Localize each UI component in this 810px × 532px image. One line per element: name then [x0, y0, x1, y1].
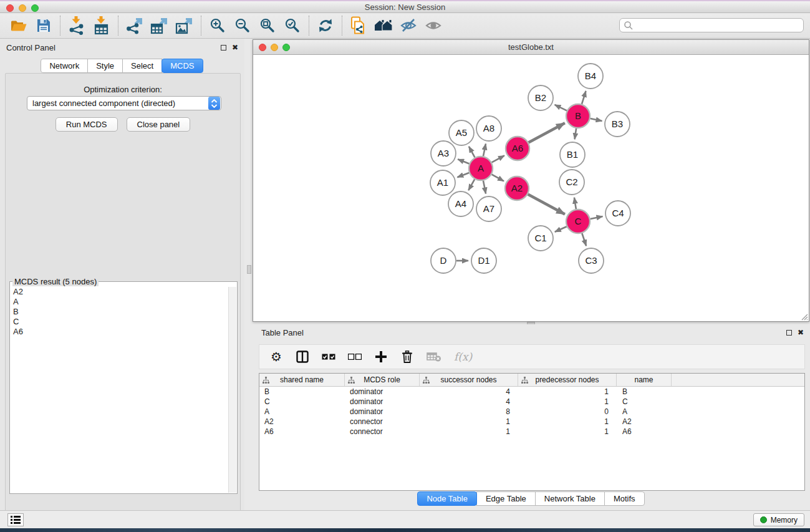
table-row[interactable]: Adominator80A	[259, 407, 804, 417]
zoom-fit-button[interactable]	[255, 14, 280, 37]
tab-style[interactable]: Style	[87, 59, 123, 73]
maximize-window-icon[interactable]	[31, 4, 39, 12]
network-canvas[interactable]: B4B2BB3A8A5A6B1A3AC2A1A2A4A7C4CC1C3DD1	[253, 55, 809, 321]
mcds-result-item[interactable]: A2	[11, 287, 228, 297]
save-session-button[interactable]	[31, 14, 56, 37]
refresh-button[interactable]	[313, 14, 338, 37]
show-columns-icon[interactable]	[296, 351, 309, 363]
tab-select[interactable]: Select	[122, 59, 162, 73]
node-label-A4: A4	[455, 198, 466, 209]
mcds-result-item[interactable]: B	[11, 307, 228, 317]
edge-A-A6[interactable]	[492, 155, 504, 162]
task-history-button[interactable]	[7, 513, 24, 526]
table-row[interactable]: Bdominator41B	[259, 387, 804, 397]
tab-edge-table[interactable]: Edge Table	[476, 491, 536, 506]
close-table-panel-icon[interactable]: ✖	[798, 330, 804, 336]
zoom-in-button[interactable]	[205, 14, 230, 37]
open-file-button[interactable]	[6, 14, 31, 37]
edge-A-A2[interactable]	[492, 175, 504, 181]
tab-mcds[interactable]: MCDS	[162, 59, 203, 73]
panel-splitter-handle[interactable]	[247, 265, 251, 274]
edge-A-A5[interactable]	[469, 147, 475, 157]
criterion-dropdown-value: largest connected component (directed)	[27, 99, 208, 108]
column-header-predecessor-nodes[interactable]: predecessor nodes	[518, 374, 617, 386]
show-selected-button[interactable]	[421, 14, 446, 37]
delete-table-icon[interactable]	[427, 352, 441, 362]
resize-grip-icon[interactable]	[799, 312, 808, 321]
edge-A-A4[interactable]	[468, 179, 475, 190]
edge-A-A8[interactable]	[483, 143, 486, 156]
hide-selected-button[interactable]	[396, 14, 421, 37]
column-header-MCDS-role[interactable]: MCDS role	[345, 374, 420, 386]
node-label-A2: A2	[511, 183, 523, 193]
deselect-all-icon[interactable]	[348, 354, 362, 360]
close-window-icon[interactable]	[6, 4, 14, 12]
float-table-panel-icon[interactable]	[786, 330, 792, 336]
table-row[interactable]: Cdominator41C	[259, 397, 804, 407]
close-panel-button[interactable]: Close panel	[127, 117, 191, 132]
home-button[interactable]	[371, 14, 396, 37]
tab-network-table[interactable]: Network Table	[535, 491, 605, 506]
minimize-view-icon[interactable]	[271, 44, 278, 51]
settings-gear-icon[interactable]: ⚙	[269, 349, 283, 364]
hide-selected-icon	[400, 18, 417, 33]
network-window-controls[interactable]	[259, 44, 290, 51]
export-table-button[interactable]	[147, 14, 172, 37]
edge-C-C3[interactable]	[582, 233, 586, 246]
close-panel-icon[interactable]: ✖	[232, 45, 238, 51]
export-network-button[interactable]	[122, 14, 147, 37]
import-table-button[interactable]	[89, 14, 114, 37]
node-table[interactable]: shared nameMCDS rolesuccessor nodesprede…	[259, 373, 805, 491]
minimize-window-icon[interactable]	[19, 4, 26, 12]
tab-motifs[interactable]: Motifs	[604, 491, 645, 506]
mcds-result-item[interactable]: A6	[11, 327, 228, 337]
window-controls[interactable]	[6, 4, 39, 12]
edge-C-C1[interactable]	[555, 226, 567, 232]
network-graph[interactable]: B4B2BB3A8A5A6B1A3AC2A1A2A4A7C4CC1C3DD1	[253, 55, 809, 321]
edge-A-A1[interactable]	[457, 173, 469, 177]
table-row[interactable]: A6connector11A6	[259, 427, 804, 437]
column-header-shared-name[interactable]: shared name	[259, 374, 345, 386]
column-header-successor-nodes[interactable]: successor nodes	[420, 374, 518, 386]
edge-A-A3[interactable]	[458, 159, 469, 163]
edge-C-C4[interactable]	[591, 216, 603, 219]
select-all-icon[interactable]	[322, 354, 335, 360]
search-input[interactable]	[634, 21, 803, 30]
add-column-icon[interactable]	[374, 351, 388, 362]
edge-A2-C[interactable]	[528, 195, 565, 215]
delete-column-icon[interactable]	[400, 351, 414, 363]
mcds-result-list[interactable]: A2ABCA6	[11, 287, 228, 493]
cell-name: B	[617, 387, 672, 397]
import-network-button[interactable]	[64, 14, 89, 37]
desktop-background-strip	[0, 528, 810, 532]
edge-A-A7[interactable]	[483, 181, 486, 194]
memory-button[interactable]: Memory	[753, 513, 804, 526]
mcds-result-scrollbar[interactable]	[228, 287, 236, 493]
table-row[interactable]: A2connector11A2	[259, 417, 804, 427]
table-body: Bdominator41BCdominator41CAdominator80AA…	[259, 387, 804, 437]
clone-network-icon	[350, 16, 367, 35]
column-header-name[interactable]: name	[617, 374, 672, 386]
edge-A6-B[interactable]	[529, 123, 565, 142]
mcds-result-item[interactable]: C	[11, 317, 228, 327]
export-image-button[interactable]	[172, 14, 197, 37]
clone-network-button[interactable]	[346, 14, 371, 37]
float-panel-icon[interactable]	[221, 45, 226, 51]
function-builder-icon[interactable]: f(x)	[454, 351, 472, 363]
search-field[interactable]	[619, 18, 804, 32]
zoom-selected-button[interactable]	[280, 14, 305, 37]
tab-node-table[interactable]: Node Table	[417, 491, 477, 506]
edge-B-B2[interactable]	[555, 105, 567, 110]
zoom-out-button[interactable]	[230, 14, 255, 37]
tab-network[interactable]: Network	[41, 59, 88, 73]
mcds-result-item[interactable]: A	[11, 297, 228, 307]
edge-B-B3[interactable]	[591, 118, 602, 121]
close-view-icon[interactable]	[259, 44, 266, 51]
optimization-criterion-label: Optimization criterion:	[6, 85, 240, 94]
maximize-view-icon[interactable]	[282, 44, 290, 51]
edge-B-B1[interactable]	[575, 128, 577, 139]
edge-C-C2[interactable]	[574, 198, 576, 210]
run-mcds-button[interactable]: Run MCDS	[55, 117, 118, 132]
criterion-dropdown[interactable]: largest connected component (directed)	[27, 96, 221, 110]
edge-B-B4[interactable]	[582, 91, 586, 104]
